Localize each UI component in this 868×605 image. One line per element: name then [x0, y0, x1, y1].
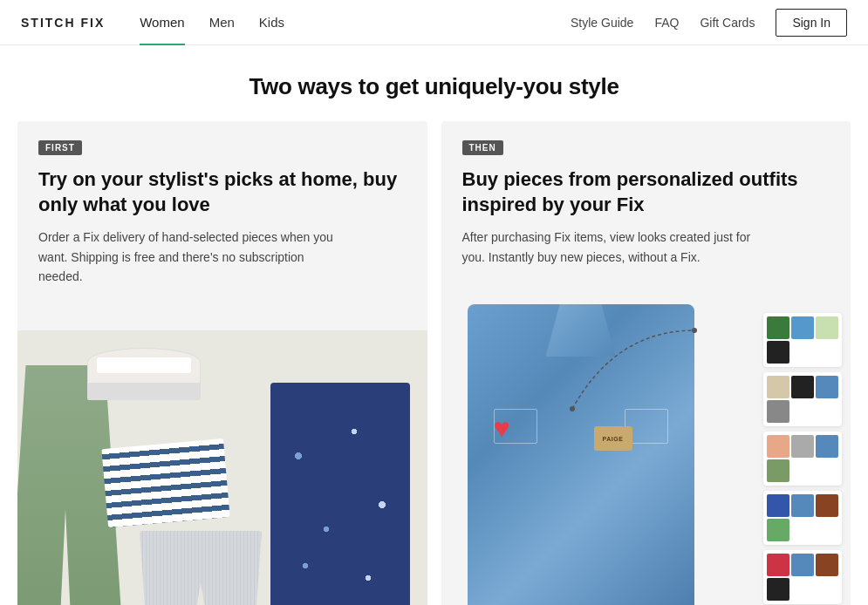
main-nav: Women Men Kids	[129, 0, 571, 45]
card-then: THEN Buy pieces from personalized outfit…	[441, 121, 851, 605]
card-first-content: FIRST Try on your stylist's picks at hom…	[17, 121, 427, 286]
floral-dress-illustration	[270, 383, 410, 605]
thumb-item	[767, 554, 789, 576]
page-title: Two ways to get uniquely-you style	[0, 45, 868, 121]
nav-right: Style Guide FAQ Gift Cards Sign In	[571, 9, 847, 37]
card-first-heading: Try on your stylist's picks at home, buy…	[38, 167, 407, 217]
outfit-thumbnails	[763, 313, 842, 604]
thumb-item	[767, 459, 789, 482]
thumb-item	[767, 519, 789, 541]
denim-jacket-illustration: PAIGE	[468, 304, 694, 605]
cards-container: FIRST Try on your stylist's picks at hom…	[0, 121, 868, 605]
card-first-badge: FIRST	[38, 140, 82, 155]
thumb-item	[767, 341, 789, 364]
card-first-image	[17, 330, 427, 605]
thumb-item	[816, 316, 838, 339]
clothes-layout	[17, 330, 427, 605]
nav-item-women[interactable]: Women	[129, 0, 195, 45]
thumb-item	[767, 494, 789, 517]
thumb-item	[816, 376, 838, 398]
thumb-item	[767, 316, 789, 339]
outfit-thumb-2	[763, 432, 842, 486]
thumb-item	[767, 376, 789, 398]
nav-item-kids[interactable]: Kids	[249, 0, 295, 45]
card-first: FIRST Try on your stylist's picks at hom…	[17, 121, 427, 605]
thumb-item	[791, 494, 814, 517]
card-then-image: PAIGE ♥	[441, 304, 851, 605]
outfit-thumb-0	[763, 313, 842, 367]
heart-icon: ♥	[494, 412, 525, 444]
thumb-item	[816, 554, 838, 576]
sign-in-button[interactable]: Sign In	[776, 9, 847, 37]
card-then-desc: After purchasing Fix items, view looks c…	[462, 228, 759, 267]
thumb-item	[767, 578, 789, 601]
thumb-item	[816, 494, 838, 517]
thumb-item	[791, 435, 814, 458]
jacket-label-tag: PAIGE	[594, 426, 632, 451]
thumb-item	[767, 435, 789, 458]
outfit-thumb-3	[763, 491, 842, 545]
faq-link[interactable]: FAQ	[654, 16, 679, 30]
jacket-collar	[546, 304, 616, 357]
thumb-item	[791, 554, 814, 576]
gift-cards-link[interactable]: Gift Cards	[700, 16, 755, 30]
nav-item-men[interactable]: Men	[199, 0, 245, 45]
outfit-thumb-1	[763, 372, 842, 426]
brand-logo[interactable]: STITCH FIX	[21, 16, 105, 30]
navbar: STITCH FIX Women Men Kids Style Guide FA…	[0, 0, 868, 45]
outfit-thumb-4	[763, 550, 842, 604]
style-guide-link[interactable]: Style Guide	[571, 16, 633, 30]
card-then-heading: Buy pieces from personalized outfits ins…	[462, 167, 830, 217]
card-then-badge: THEN	[462, 140, 503, 155]
shorts-illustration	[140, 531, 262, 605]
card-first-desc: Order a Fix delivery of hand-selected pi…	[38, 228, 335, 286]
striped-shirt-illustration	[101, 438, 229, 527]
thumb-item	[767, 400, 789, 423]
sneaker-box-illustration	[87, 383, 201, 400]
thumb-item	[791, 316, 814, 339]
card-then-content: THEN Buy pieces from personalized outfit…	[441, 121, 851, 267]
thumb-item	[816, 435, 838, 458]
thumb-item	[791, 376, 814, 398]
